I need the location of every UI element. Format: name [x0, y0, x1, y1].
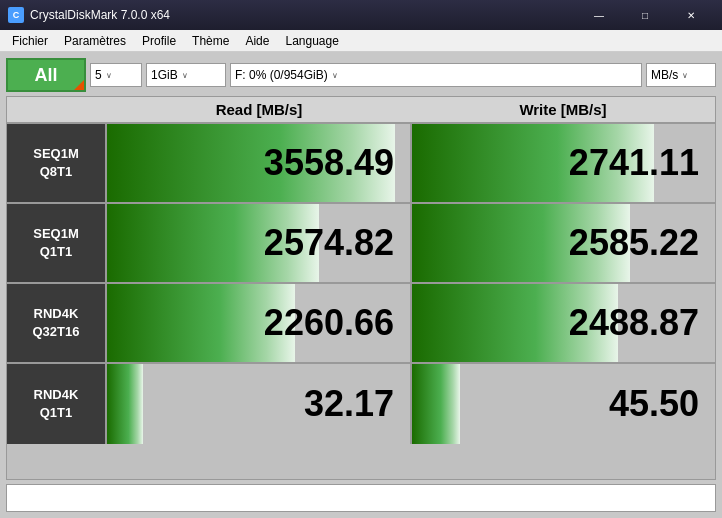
row-label-2: RND4K Q32T16 [7, 284, 107, 362]
close-button[interactable]: ✕ [668, 0, 714, 30]
menu-fichier[interactable]: Fichier [4, 32, 56, 50]
controls-row: All 5 ∨ 1GiB ∨ F: 0% (0/954GiB) ∨ MB/s ∨ [6, 58, 716, 92]
app-icon: C [8, 7, 24, 23]
row-read-2: 2260.66 [107, 284, 412, 362]
title-bar: C CrystalDiskMark 7.0.0 x64 — □ ✕ [0, 0, 722, 30]
table-header: Read [MB/s] Write [MB/s] [7, 97, 715, 124]
row-write-1: 2585.22 [412, 204, 715, 282]
row-read-0: 3558.49 [107, 124, 412, 202]
row-write-2: 2488.87 [412, 284, 715, 362]
row-write-3: 45.50 [412, 364, 715, 444]
row-label-line2: Q32T16 [33, 323, 80, 341]
row-read-3: 32.17 [107, 364, 412, 444]
row-write-0: 2741.11 [412, 124, 715, 202]
unit-select[interactable]: MB/s ∨ [646, 63, 716, 87]
th-read: Read [MB/s] [107, 97, 411, 122]
menu-profile[interactable]: Profile [134, 32, 184, 50]
row-label-0: SEQ1M Q8T1 [7, 124, 107, 202]
row-label-line2: Q8T1 [40, 163, 73, 181]
all-button[interactable]: All [6, 58, 86, 92]
row-label-line1: RND4K [34, 305, 79, 323]
drive-select[interactable]: F: 0% (0/954GiB) ∨ [230, 63, 642, 87]
bottom-status-bar [6, 484, 716, 512]
read-value-2: 2260.66 [264, 302, 394, 344]
menu-bar: Fichier Paramètres Profile Thème Aide La… [0, 30, 722, 52]
row-label-3: RND4K Q1T1 [7, 364, 107, 444]
menu-aide[interactable]: Aide [237, 32, 277, 50]
table-row: SEQ1M Q8T1 3558.49 2741.11 [7, 124, 715, 204]
maximize-button[interactable]: □ [622, 0, 668, 30]
write-value-0: 2741.11 [569, 142, 699, 184]
row-read-1: 2574.82 [107, 204, 412, 282]
read-value-3: 32.17 [304, 383, 394, 425]
table-row: RND4K Q32T16 2260.66 2488.87 [7, 284, 715, 364]
main-content: All 5 ∨ 1GiB ∨ F: 0% (0/954GiB) ∨ MB/s ∨… [0, 52, 722, 518]
write-value-1: 2585.22 [569, 222, 699, 264]
count-arrow: ∨ [106, 71, 112, 80]
menu-parametres[interactable]: Paramètres [56, 32, 134, 50]
drive-arrow: ∨ [332, 71, 338, 80]
unit-arrow: ∨ [682, 71, 688, 80]
table-row: RND4K Q1T1 32.17 45.50 [7, 364, 715, 444]
row-label-line2: Q1T1 [40, 243, 73, 261]
th-write: Write [MB/s] [411, 97, 715, 122]
row-label-line1: SEQ1M [33, 145, 79, 163]
menu-theme[interactable]: Thème [184, 32, 237, 50]
table-row: SEQ1M Q1T1 2574.82 2585.22 [7, 204, 715, 284]
size-arrow: ∨ [182, 71, 188, 80]
title-bar-text: CrystalDiskMark 7.0.0 x64 [30, 8, 576, 22]
row-label-line2: Q1T1 [40, 404, 73, 422]
count-select[interactable]: 5 ∨ [90, 63, 142, 87]
th-label [7, 97, 107, 122]
minimize-button[interactable]: — [576, 0, 622, 30]
benchmark-table: Read [MB/s] Write [MB/s] SEQ1M Q8T1 3558… [6, 96, 716, 480]
read-value-0: 3558.49 [264, 142, 394, 184]
write-value-2: 2488.87 [569, 302, 699, 344]
size-select[interactable]: 1GiB ∨ [146, 63, 226, 87]
menu-language[interactable]: Language [277, 32, 346, 50]
read-value-1: 2574.82 [264, 222, 394, 264]
write-value-3: 45.50 [609, 383, 699, 425]
row-label-line1: SEQ1M [33, 225, 79, 243]
row-label-line1: RND4K [34, 386, 79, 404]
title-bar-controls: — □ ✕ [576, 0, 714, 30]
row-label-1: SEQ1M Q1T1 [7, 204, 107, 282]
